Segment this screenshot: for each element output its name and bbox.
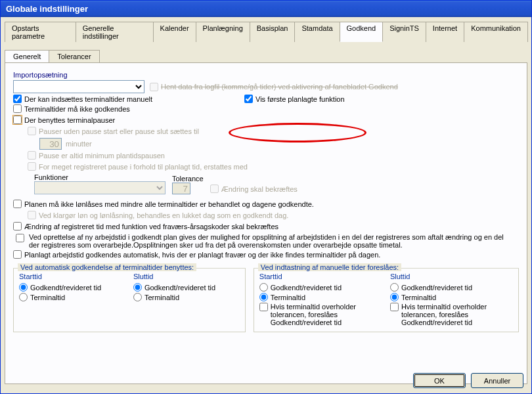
tab-godkend[interactable]: Godkend (340, 22, 384, 42)
chk-manuelt[interactable]: Der kan indsættes terminaltider manuelt (13, 95, 152, 103)
import-heading: Importopsætning (13, 71, 519, 79)
tab-basisplan[interactable]: Basisplan (250, 22, 296, 42)
pauser-min-input (39, 138, 62, 150)
manual-slut-godk[interactable]: Godkendt/revideret tid (390, 283, 513, 292)
ok-button[interactable]: OK (413, 373, 466, 388)
chk-manuelt-box[interactable] (13, 95, 22, 103)
cancel-button[interactable]: Annuller (471, 373, 523, 388)
chk-pauser-uden-box (28, 127, 36, 135)
chk-pauser-uden: Pauser uden pause start eller pause slut… (28, 127, 199, 135)
sub-tabs: Generelt Tolerancer (5, 50, 527, 62)
auto-starttid-head: Starttid (19, 273, 125, 280)
subtab-generelt[interactable]: Generelt (5, 50, 49, 62)
chk-planen-label: Planen må ikke lønlåses med mindre alle … (24, 200, 314, 208)
chk-logfil-box (150, 83, 158, 91)
manual-start-term[interactable]: Terminaltid (259, 293, 382, 301)
chk-logfil-label: Hent data fra logfil (komme/gå tider) ve… (161, 83, 398, 91)
chk-planlagt-box[interactable] (13, 250, 22, 259)
chk-pause-altid: Pause er altid minimum plantidspausen (28, 151, 165, 160)
auto-start-term[interactable]: Terminaltid (19, 293, 125, 301)
chk-planlagt[interactable]: Planlagt arbejdstid godkendes automatisk… (13, 250, 380, 259)
tab-generelle[interactable]: Generelle indstillinger (76, 22, 154, 42)
chk-planen[interactable]: Planen må ikke lønlåses med mindre alle … (13, 200, 314, 208)
manual-sluttid-head: Sluttid (390, 273, 513, 280)
manual-slut-hvis[interactable]: Hvis terminaltid overholder tolerancen, … (390, 303, 500, 326)
chk-aendring-fravaer-box[interactable] (13, 222, 22, 230)
chk-vedklargor-label: Ved klargør løn og lønlåsning, behandles… (39, 211, 288, 219)
chk-aendring-bekraeft: Ændring skal bekræftes (210, 185, 298, 193)
fieldset-manual: Ved indtastning af manuelle tider foresl… (254, 268, 519, 332)
chk-logfil: Hent data fra logfil (komme/gå tider) ve… (150, 83, 398, 91)
tab-internet[interactable]: Internet (426, 22, 464, 42)
chk-termpauser[interactable]: Der benyttes terminalpauser (13, 116, 115, 124)
chk-ikkegodk[interactable]: Terminaltider må ikke godkendes (13, 104, 130, 113)
chk-ikkegodk-box[interactable] (13, 104, 22, 113)
chk-visforste-box[interactable] (244, 95, 253, 103)
tab-stamdata[interactable]: Stamdata (294, 22, 340, 42)
chk-visforste-label: Vis første planlagte funktion (255, 95, 345, 103)
chk-aendring-bekraeft-box (210, 185, 219, 193)
auto-legend: Ved automatisk godkendelse af terminalti… (18, 263, 196, 271)
main-tabs: Opstarts parametre Generelle indstilling… (5, 21, 527, 42)
funktioner-label: Funktioner (34, 173, 166, 181)
chk-aendring-fravaer[interactable]: Ændring af registreret tid med funktion … (13, 222, 278, 230)
chk-vedoprettelse-box[interactable] (16, 234, 24, 242)
chk-vedoprettelse-label: Ved oprettelse af ny arbejdstid i godken… (29, 233, 515, 249)
chk-vedklargor: Ved klargør løn og lønlåsning, behandles… (28, 211, 288, 219)
fieldset-auto: Ved automatisk godkendelse af terminalti… (13, 268, 246, 332)
tab-opstarts[interactable]: Opstarts parametre (5, 22, 76, 42)
tolerance-label: Tolerance (172, 175, 204, 183)
chk-planen-box[interactable] (13, 200, 22, 208)
auto-slut-godk[interactable]: Godkendt/revideret tid (133, 283, 240, 292)
pauser-min-label: minutter (66, 140, 92, 148)
chk-aendring-bekraeft-label: Ændring skal bekræftes (221, 185, 298, 193)
auto-start-godk[interactable]: Godkendt/revideret tid (19, 283, 125, 292)
window-title: Globale indstillinger (6, 4, 88, 14)
tab-planlaegning[interactable]: Planlægning (196, 22, 250, 42)
manual-legend: Ved indtastning af manuelle tider foresl… (258, 263, 401, 271)
auto-slut-term[interactable]: Terminaltid (133, 293, 240, 301)
chk-pauser-uden-label: Pauser uden pause start eller pause slut… (39, 127, 199, 135)
tab-signints[interactable]: SigninTS (382, 22, 426, 42)
chk-formeget: For meget registreret pause i forhold ti… (28, 162, 248, 171)
panel-content: Importopsætning Hent data fra logfil (ko… (13, 71, 519, 332)
window: Globale indstillinger Opstarts parametre… (0, 0, 532, 394)
chk-visforste[interactable]: Vis første planlagte funktion (244, 95, 345, 103)
chk-formeget-box (28, 162, 36, 171)
manual-starttid-head: Starttid (259, 273, 382, 280)
chk-termpauser-label: Der benyttes terminalpauser (24, 116, 115, 124)
tab-panel: Generelt Tolerancer Importopsætning Hent… (5, 42, 527, 384)
manual-start-godk[interactable]: Godkendt/revideret tid (259, 283, 382, 292)
chk-pause-altid-label: Pause er altid minimum plantidspausen (39, 152, 165, 160)
import-combo[interactable] (13, 80, 144, 93)
chk-formeget-label: For meget registreret pause i forhold ti… (39, 163, 248, 171)
chk-manuelt-label: Der kan indsættes terminaltider manuelt (24, 95, 152, 103)
chk-vedklargor-box (28, 211, 36, 219)
auto-sluttid-head: Sluttid (133, 273, 240, 280)
tab-kalender[interactable]: Kalender (153, 22, 196, 42)
titlebar: Globale indstillinger (1, 1, 531, 17)
chk-planlagt-label: Planlagt arbejdstid godkendes automatisk… (24, 251, 380, 259)
button-row: OK Annuller (413, 373, 523, 388)
subtab-tolerancer[interactable]: Tolerancer (49, 50, 99, 62)
chk-aendring-fravaer-label: Ændring af registreret tid med funktion … (24, 223, 278, 230)
content-panel: Importopsætning Hent data fra logfil (ko… (5, 62, 527, 384)
chk-ikkegodk-label: Terminaltider må ikke godkendes (24, 105, 130, 113)
manual-slut-term[interactable]: Terminaltid (390, 293, 513, 301)
manual-start-hvis[interactable]: Hvis terminaltid overholder tolerancen, … (259, 303, 369, 326)
chk-pause-altid-box (28, 151, 36, 160)
funktioner-combo (34, 181, 166, 194)
client-area: Opstarts parametre Generelle indstilling… (1, 17, 531, 393)
chk-termpauser-box[interactable] (13, 116, 22, 124)
tab-kommunikation[interactable]: Kommunikation (464, 22, 528, 42)
tolerance-input (172, 183, 190, 194)
